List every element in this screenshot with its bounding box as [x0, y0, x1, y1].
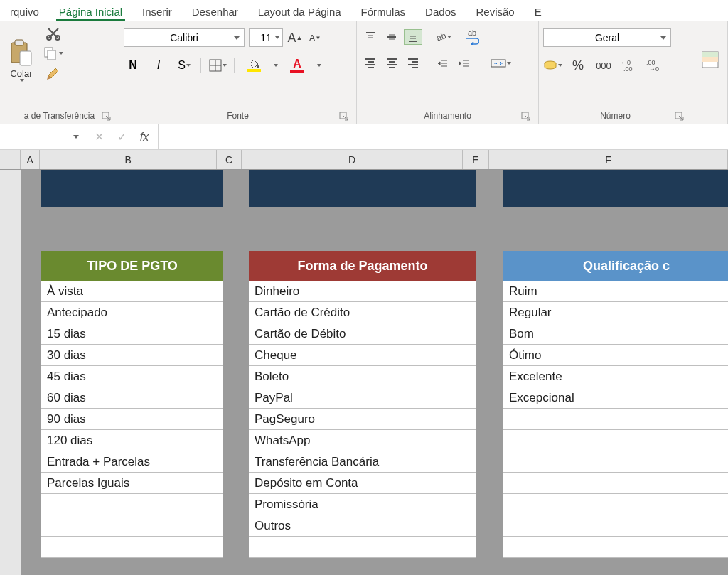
list-item[interactable]: Cartão de Débito [249, 323, 476, 345]
list-item[interactable]: Ruim [503, 281, 728, 302]
list-item[interactable]: Bom [503, 323, 728, 345]
list-item[interactable]: Depósito em Conta [249, 473, 476, 494]
align-top-button[interactable] [361, 29, 380, 45]
table-header-dark[interactable] [249, 170, 476, 207]
list-item[interactable] [503, 515, 728, 537]
list-item[interactable] [41, 494, 223, 515]
list-item[interactable]: 15 dias [41, 323, 223, 345]
tab-arquivo[interactable]: rquivo [0, 4, 49, 21]
col-header-D[interactable]: D [242, 150, 463, 169]
tab-extra[interactable]: E [525, 4, 552, 21]
dialog-launcher-font[interactable] [339, 112, 349, 122]
dialog-launcher-number[interactable] [675, 112, 685, 122]
tab-desenhar[interactable]: Desenhar [182, 4, 248, 21]
dialog-launcher-align[interactable] [521, 112, 531, 122]
list-item[interactable] [41, 537, 223, 558]
paste-button[interactable]: Colar [4, 24, 38, 95]
percent-button[interactable]: % [569, 57, 587, 74]
list-item[interactable] [503, 409, 728, 430]
select-all-corner[interactable] [0, 150, 21, 169]
list-item[interactable]: Entrada + Parcelas [41, 451, 223, 473]
list-header[interactable]: TIPO DE PGTO [41, 251, 223, 281]
table-header-dark[interactable] [41, 170, 223, 207]
list-item[interactable] [503, 494, 728, 515]
list-item[interactable]: Boleto [249, 366, 476, 387]
conditional-formatting-button[interactable] [700, 49, 721, 70]
list-item[interactable]: Antecipado [41, 302, 223, 323]
name-box[interactable] [0, 124, 85, 149]
merge-center-button[interactable] [486, 55, 515, 71]
tab-formulas[interactable]: Fórmulas [351, 4, 416, 21]
enter-formula-button[interactable]: ✓ [112, 129, 131, 146]
underline-button[interactable]: S [175, 57, 193, 74]
sheet-area[interactable]: TIPO DE PGTOForma de PagamentoQualificaç… [21, 170, 728, 575]
align-bottom-button[interactable] [404, 29, 422, 45]
dialog-launcher-clipboard[interactable] [102, 112, 112, 122]
list-item[interactable]: À vista [41, 281, 223, 302]
list-item[interactable]: Excepcional [503, 387, 728, 409]
wrap-text-button[interactable]: ab [465, 28, 479, 45]
borders-button[interactable] [208, 57, 227, 74]
col-header-A[interactable]: A [21, 150, 40, 169]
list-item[interactable]: Transferência Bancária [249, 451, 476, 473]
formula-input[interactable] [159, 124, 728, 149]
list-item[interactable] [249, 537, 476, 558]
row-gutter[interactable] [0, 170, 21, 575]
decrease-font-button[interactable]: A▼ [307, 33, 323, 43]
format-painter-button[interactable] [43, 65, 63, 81]
accounting-format-button[interactable] [543, 57, 562, 74]
list-item[interactable]: WhatsApp [249, 430, 476, 451]
align-right-button[interactable] [404, 55, 422, 71]
list-item[interactable] [503, 537, 728, 558]
list-item[interactable]: PayPal [249, 387, 476, 409]
list-item[interactable] [503, 430, 728, 451]
align-left-button[interactable] [361, 55, 380, 71]
list-item[interactable]: Parcelas Iguais [41, 473, 223, 494]
list-item[interactable] [503, 473, 728, 494]
list-item[interactable]: PagSeguro [249, 409, 476, 430]
table-header-dark[interactable] [503, 170, 728, 207]
font-color-menu[interactable] [317, 64, 321, 67]
font-name-select[interactable]: Calibri [124, 28, 245, 47]
tab-home[interactable]: Página Inicial [49, 4, 132, 21]
comma-style-button[interactable]: 000 [594, 57, 613, 74]
list-item[interactable]: Outros [249, 515, 476, 537]
tab-revisao[interactable]: Revisão [466, 4, 524, 21]
tab-dados[interactable]: Dados [415, 4, 466, 21]
copy-button[interactable] [43, 45, 63, 61]
align-center-button[interactable] [382, 55, 401, 71]
list-item[interactable]: Ótimo [503, 345, 728, 366]
list-item[interactable]: Dinheiro [249, 281, 476, 302]
increase-indent-button[interactable] [455, 55, 473, 71]
italic-button[interactable]: I [149, 57, 168, 74]
list-item[interactable]: 90 dias [41, 409, 223, 430]
list-item[interactable]: 60 dias [41, 387, 223, 409]
insert-function-button[interactable]: fx [135, 129, 154, 146]
list-item[interactable] [503, 451, 728, 473]
fill-color-button[interactable] [242, 57, 266, 74]
list-header[interactable]: Forma de Pagamento [249, 251, 476, 281]
col-header-C[interactable]: C [217, 150, 242, 169]
col-header-B[interactable]: B [40, 150, 217, 169]
tab-inserir[interactable]: Inserir [132, 4, 182, 21]
number-format-select[interactable]: Geral [543, 28, 671, 47]
list-header[interactable]: Qualificação c [503, 251, 728, 281]
cancel-formula-button[interactable]: ✕ [90, 129, 108, 146]
list-item[interactable]: 120 dias [41, 430, 223, 451]
bold-button[interactable]: N [124, 57, 142, 74]
cut-button[interactable] [43, 26, 63, 41]
list-item[interactable] [41, 515, 223, 537]
decrease-decimal-button[interactable]: .00→0 [646, 57, 664, 74]
increase-font-button[interactable]: A▲ [287, 31, 303, 45]
list-item[interactable]: 45 dias [41, 366, 223, 387]
list-item[interactable]: Cheque [249, 345, 476, 366]
list-item[interactable]: 30 dias [41, 345, 223, 366]
tab-layout[interactable]: Layout da Página [248, 4, 351, 21]
decrease-indent-button[interactable] [434, 55, 452, 71]
orientation-button[interactable]: ab [434, 29, 452, 45]
list-item[interactable]: Promissória [249, 494, 476, 515]
font-color-button[interactable]: A [285, 57, 309, 74]
col-header-E[interactable]: E [463, 150, 489, 169]
col-header-F[interactable]: F [489, 150, 728, 169]
list-item[interactable]: Excelente [503, 366, 728, 387]
